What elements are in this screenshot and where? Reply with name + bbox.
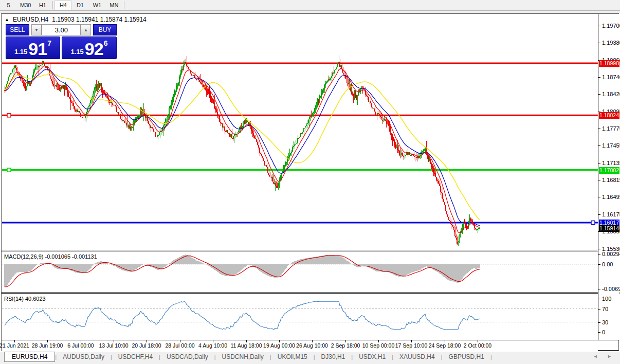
- time-axis-label: 10 Sep 00:00: [362, 342, 394, 349]
- rsi-label: RSI(14) 40.6023: [4, 296, 46, 302]
- chart-symbol-title: EURUSD,H4: [13, 16, 48, 23]
- bottom-strip: [0, 362, 620, 364]
- time-axis-label: 19 Aug 00:00: [263, 342, 295, 349]
- volume-increase-button[interactable]: ▲: [81, 24, 91, 35]
- price-axis-tick: 1.17135: [602, 160, 620, 166]
- tick-mark: [598, 129, 600, 129]
- price-line-label-1.18024: 1.18024: [599, 112, 619, 119]
- rsi-axis-tick: 100: [602, 296, 611, 302]
- timeframe-button-5[interactable]: 5: [0, 1, 17, 10]
- time-axis-label: 13 Jul 10:00: [99, 342, 128, 349]
- time-axis-label: 2 Oct 00:00: [464, 342, 491, 349]
- time-axis-label: 6 Jul 00:00: [67, 342, 94, 349]
- buy-button[interactable]: BUY: [93, 24, 117, 35]
- tick-mark: [598, 322, 600, 323]
- tick-mark: [598, 309, 600, 310]
- one-click-trade-panel: SELL ▼ 3.00 ▲ BUY 1.15 91 7 1.15 92 6: [6, 24, 117, 59]
- macd-label: MACD(12,26,9) -0.001065 -0.001131: [4, 253, 97, 260]
- price-line-label-1.17002: 1.17002: [599, 167, 619, 174]
- timeframe-button-w1[interactable]: W1: [88, 1, 105, 10]
- chart-tab-dj30[interactable]: DJ30,H1: [315, 352, 352, 361]
- price-axis-tick: 1.19380: [602, 40, 620, 46]
- time-axis-label: 11 Aug 18:00: [230, 342, 262, 349]
- chart-tab-eurusd[interactable]: EURUSD,H4: [4, 352, 55, 362]
- volume-decrease-button[interactable]: ▼: [31, 24, 42, 35]
- tick-mark: [598, 197, 600, 197]
- chart-collapse-icon[interactable]: ▲: [5, 17, 9, 22]
- tab-separator: |: [490, 354, 492, 360]
- chart-tab-usdchf[interactable]: USDCHF,H4: [112, 352, 159, 361]
- toolbar-separator: [124, 1, 124, 9]
- timeframe-button-d1[interactable]: D1: [71, 1, 88, 10]
- price-axis-tick: 1.16175: [602, 211, 620, 217]
- rsi-axis-tick: 70: [602, 306, 608, 312]
- timeframe-toolbar: 5M30H1H4D1W1MN: [0, 0, 620, 11]
- rsi-plot: [2, 294, 598, 340]
- sell-button[interactable]: SELL: [6, 24, 29, 35]
- time-axis-label: 28 Jun 19:00: [32, 342, 63, 349]
- sell-price-pip: 7: [47, 35, 51, 51]
- macd-axis-tick: -0.00699: [602, 286, 620, 292]
- tab-scroll-arrows[interactable]: ◄ ►: [593, 354, 616, 359]
- sell-price-prefix: 1.15: [14, 47, 27, 57]
- price-axis-tick: 1.16495: [602, 194, 620, 200]
- time-axis-label: 24 Sep 18:00: [429, 342, 461, 349]
- chart-tab-usdx[interactable]: USDX,H1: [353, 352, 392, 361]
- tick-mark: [598, 180, 600, 180]
- chart-tab-usdcnh[interactable]: USDCNH,Daily: [216, 352, 270, 361]
- panel-separator[interactable]: [2, 250, 619, 251]
- chart-tab-gbpusd[interactable]: GBPUSD,H1: [443, 352, 490, 361]
- tick-mark: [598, 94, 600, 95]
- tick-mark: [598, 249, 600, 249]
- toolbar-separator: [52, 1, 53, 9]
- timeframe-button-h1[interactable]: H1: [34, 1, 51, 10]
- tick-mark: [598, 77, 600, 78]
- time-axis-label: 20 Jul 18:00: [132, 342, 161, 349]
- chart-tab-ukoil[interactable]: UKOil,M15: [271, 352, 314, 361]
- time-axis-label: 2 Sep 18:00: [331, 342, 360, 349]
- chart-tab-audusd[interactable]: AUDUSD,Daily: [57, 352, 111, 361]
- buy-price-box[interactable]: 1.15 92 6: [62, 37, 117, 59]
- tick-mark: [598, 145, 600, 146]
- buy-price-prefix: 1.15: [71, 47, 84, 57]
- volume-input[interactable]: 3.00: [42, 24, 81, 35]
- tick-mark: [598, 254, 600, 254]
- current-price-label: 1.15914: [599, 225, 619, 232]
- sell-price-main: 91: [28, 41, 47, 57]
- price-axis-tick: 1.17455: [602, 142, 620, 149]
- price-line-label-1.18998: 1.18998: [599, 60, 619, 67]
- sell-price-box[interactable]: 1.15 91 7: [6, 37, 60, 59]
- time-axis-label: 17 Sep 10:00: [395, 342, 427, 349]
- time-axis-border: [2, 340, 619, 340]
- tick-mark: [598, 26, 600, 26]
- chart-window: ▲ EURUSD,H4 1.15903 1.15941 1.15874 1.15…: [1, 13, 619, 351]
- chart-header: ▲ EURUSD,H4 1.15903 1.15941 1.15874 1.15…: [5, 15, 147, 24]
- mt4-terminal: 5M30H1H4D1W1MN ▲ EURUSD,H4 1.15903 1.159…: [0, 0, 620, 364]
- tick-mark: [598, 43, 600, 43]
- tick-mark: [598, 289, 600, 289]
- price-axis-tick: 1.16815: [602, 177, 620, 183]
- price-axis-tick: 1.18420: [602, 91, 620, 97]
- time-axis-label: 4 Aug 10:00: [198, 342, 227, 349]
- panel-separator[interactable]: [2, 292, 619, 294]
- time-axis-label: 21 Jun 2021: [0, 342, 29, 349]
- time-axis[interactable]: 21 Jun 202128 Jun 19:006 Jul 00:0013 Jul…: [2, 341, 598, 351]
- price-axis-tick: 1.19700: [602, 23, 620, 29]
- timeframe-button-mn[interactable]: MN: [105, 1, 122, 10]
- chart-tab-usdcad[interactable]: USDCAD,Daily: [160, 352, 214, 361]
- price-axis-tick: 1.17775: [602, 125, 620, 132]
- time-axis-label: 28 Jul 00:00: [165, 342, 194, 349]
- time-axis-label: 26 Aug 10:00: [296, 342, 328, 349]
- tick-mark: [598, 163, 600, 163]
- rsi-axis-tick: 0: [602, 329, 605, 335]
- timeframe-button-m30[interactable]: M30: [17, 1, 34, 10]
- chart-tab-xauusd[interactable]: XAUUSD,H4: [393, 352, 441, 361]
- timeframe-button-h4[interactable]: H4: [54, 1, 71, 10]
- macd-axis-tick: 0.00294: [602, 251, 620, 257]
- price-axis-tick: 1.18740: [602, 74, 620, 80]
- tick-mark: [598, 299, 600, 299]
- tick-mark: [598, 264, 600, 265]
- price-axis[interactable]: 1.197001.193801.190601.187401.184201.180…: [598, 14, 619, 340]
- tick-mark: [598, 214, 600, 215]
- rsi-axis-tick: 30: [602, 319, 608, 325]
